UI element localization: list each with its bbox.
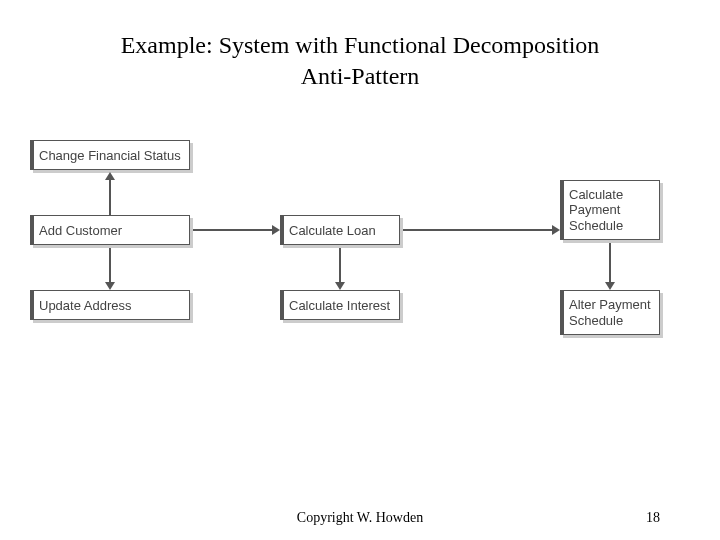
box-label: Add Customer <box>39 223 122 238</box>
page-number: 18 <box>646 510 660 526</box>
arrow-line <box>109 180 111 215</box>
arrow-head-down-icon <box>105 282 115 290</box>
box-calculate-loan: Calculate Loan <box>280 215 400 245</box>
box-label: Calculate Loan <box>289 223 376 238</box>
arrow-head-up-icon <box>105 172 115 180</box>
box-label: Calculate Interest <box>289 298 390 313</box>
title-line-2: Anti-Pattern <box>301 63 420 89</box>
arrow-head-right-icon <box>272 225 280 235</box>
arrow-line <box>193 229 273 231</box>
title-line-1: Example: System with Functional Decompos… <box>121 32 600 58</box>
box-add-customer: Add Customer <box>30 215 190 245</box>
box-label: Change Financial Status <box>39 148 181 163</box>
box-label: Update Address <box>39 298 132 313</box>
arrow-line <box>109 248 111 283</box>
arrow-head-right-icon <box>552 225 560 235</box>
arrow-line <box>339 248 341 283</box>
slide-title: Example: System with Functional Decompos… <box>0 30 720 92</box>
box-calculate-interest: Calculate Interest <box>280 290 400 320</box>
box-calculate-payment-schedule: Calculate Payment Schedule <box>560 180 660 240</box>
box-update-address: Update Address <box>30 290 190 320</box>
arrow-head-down-icon <box>605 282 615 290</box>
arrow-line <box>403 229 553 231</box>
copyright-text: Copyright W. Howden <box>297 510 423 526</box>
diagram-area: Change Financial Status Add Customer Upd… <box>30 140 690 390</box>
arrow-line <box>609 243 611 283</box>
box-label: Alter Payment Schedule <box>569 297 651 328</box>
arrow-head-down-icon <box>335 282 345 290</box>
box-label: Calculate Payment Schedule <box>569 187 623 234</box>
box-alter-payment-schedule: Alter Payment Schedule <box>560 290 660 335</box>
box-change-financial-status: Change Financial Status <box>30 140 190 170</box>
